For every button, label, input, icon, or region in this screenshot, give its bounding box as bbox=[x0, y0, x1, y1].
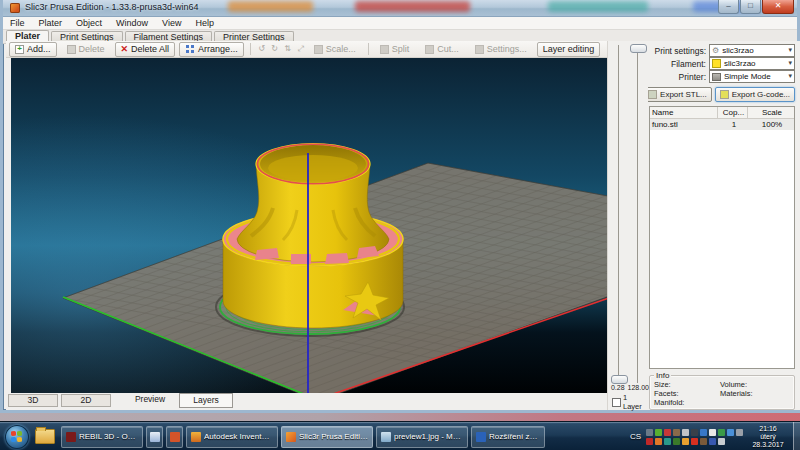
taskbar-button-display[interactable]: Rozšíření zobraz... bbox=[471, 426, 545, 448]
start-button[interactable] bbox=[5, 425, 29, 449]
print-settings-select[interactable]: ⚙ slic3rzao ▾ bbox=[709, 44, 795, 57]
tray-icon[interactable] bbox=[646, 438, 653, 445]
taskbar-button-inventor[interactable]: Autodesk Inventor Pr... bbox=[186, 426, 278, 448]
tray-icon[interactable] bbox=[700, 438, 707, 445]
show-desktop-button[interactable] bbox=[793, 422, 800, 450]
menu-object[interactable]: Object bbox=[69, 17, 109, 29]
layer-slider-handle-bottom[interactable] bbox=[611, 375, 628, 384]
aero-glass-reflection bbox=[228, 1, 313, 12]
menu-window[interactable]: Window bbox=[109, 17, 155, 29]
tray-icon[interactable] bbox=[700, 429, 707, 436]
view-tab-bar: 3D 2D Preview Layers bbox=[6, 393, 607, 408]
printer-select[interactable]: Simple Mode ▾ bbox=[709, 70, 795, 83]
table-row[interactable]: funo.stl 1 100% bbox=[650, 119, 794, 130]
tray-icon[interactable] bbox=[673, 438, 680, 445]
layer-slider-track-min[interactable] bbox=[618, 45, 619, 383]
tower-gap bbox=[325, 253, 349, 264]
chevron-down-icon: ▾ bbox=[788, 46, 792, 54]
minimize-button[interactable]: – bbox=[718, 0, 739, 14]
gear-icon: ⚙ bbox=[712, 47, 719, 54]
add-button[interactable]: Add... bbox=[9, 42, 57, 57]
layer-slider-track-max[interactable] bbox=[637, 45, 638, 383]
taskbar-clock[interactable]: 21:16 úterý 28.3.2017 bbox=[746, 425, 790, 449]
tray-icon[interactable] bbox=[736, 429, 743, 436]
menu-plater[interactable]: Plater bbox=[32, 17, 70, 29]
add-icon bbox=[15, 45, 24, 54]
view-tab-2d[interactable]: 2D bbox=[61, 394, 111, 407]
tray-icon[interactable] bbox=[691, 429, 698, 436]
view-tab-layers[interactable]: Layers bbox=[179, 393, 233, 408]
right-sidebar: Print settings: ⚙ slic3rzao ▾ Filament: … bbox=[648, 41, 800, 410]
tray-icon[interactable] bbox=[664, 438, 671, 445]
tray-icon[interactable] bbox=[655, 438, 662, 445]
export-stl-button[interactable]: Export STL... bbox=[643, 87, 712, 102]
arrange-button[interactable]: Arrange... bbox=[179, 42, 244, 57]
column-scale[interactable]: Scale bbox=[748, 107, 794, 118]
delete-all-button[interactable]: ✕Delete All bbox=[115, 42, 176, 57]
delete-all-icon: ✕ bbox=[121, 45, 129, 53]
object-scale-cell: 100% bbox=[748, 119, 794, 130]
system-tray: CS bbox=[630, 422, 800, 450]
view-tab-preview[interactable]: Preview bbox=[124, 394, 176, 405]
menu-help[interactable]: Help bbox=[188, 17, 221, 29]
taskbar-icon-button-orange[interactable] bbox=[166, 426, 183, 448]
paint-icon bbox=[381, 432, 391, 442]
tray-icon[interactable] bbox=[673, 429, 680, 436]
column-name[interactable]: Name bbox=[650, 107, 718, 118]
tray-icon[interactable] bbox=[718, 438, 725, 445]
taskbar-button-slic3r[interactable]: Slic3r Prusa Edition - ... bbox=[281, 426, 373, 448]
chevron-down-icon: ▾ bbox=[788, 59, 792, 67]
delete-button[interactable]: Delete bbox=[61, 42, 111, 57]
maximize-button[interactable]: □ bbox=[740, 0, 761, 14]
tray-icon[interactable] bbox=[691, 438, 698, 445]
close-button[interactable]: ✕ bbox=[762, 0, 794, 14]
chevron-down-icon: ▾ bbox=[788, 72, 792, 80]
one-layer-checkbox[interactable] bbox=[612, 398, 621, 407]
layer-editing-button[interactable]: Layer editing bbox=[537, 42, 601, 57]
materials-label: Materials: bbox=[720, 389, 790, 398]
explorer-icon[interactable] bbox=[35, 429, 55, 444]
scale-updown-button[interactable]: ⤢ bbox=[295, 43, 307, 55]
viewport-3d[interactable] bbox=[11, 58, 607, 393]
scale-button[interactable]: Scale... bbox=[308, 42, 362, 57]
clock-date: 28.3.2017 bbox=[752, 441, 783, 448]
printer-icon bbox=[712, 73, 721, 81]
tray-icon[interactable] bbox=[718, 429, 725, 436]
clock-time: 21:16 bbox=[759, 425, 777, 432]
rotate-cw-button[interactable]: ↻ bbox=[269, 43, 281, 55]
filament-select[interactable]: slic3rzao ▾ bbox=[709, 57, 795, 70]
object-list[interactable]: Name Cop... Scale funo.stl 1 100% bbox=[649, 106, 795, 369]
column-copies[interactable]: Cop... bbox=[718, 107, 748, 118]
tray-icon[interactable] bbox=[646, 429, 653, 436]
taskbar-button-rebil[interactable]: REBIL 3D - Odeslat o... bbox=[61, 426, 143, 448]
layer-slider-handle-top[interactable] bbox=[630, 44, 647, 53]
tray-icon[interactable] bbox=[709, 438, 716, 445]
tray-icon[interactable] bbox=[664, 429, 671, 436]
menu-view[interactable]: View bbox=[155, 17, 188, 29]
export-gcode-button[interactable]: Export G-code... bbox=[715, 87, 795, 102]
settings-button[interactable]: Settings... bbox=[469, 42, 533, 57]
tray-icon[interactable] bbox=[709, 429, 716, 436]
split-button[interactable]: Split bbox=[374, 42, 416, 57]
manifold-label: Manifold: bbox=[654, 398, 720, 407]
display-icon bbox=[476, 432, 486, 442]
mirror-button[interactable]: ⇅ bbox=[282, 43, 294, 55]
object-list-header[interactable]: Name Cop... Scale bbox=[650, 107, 794, 119]
settings-icon bbox=[475, 45, 484, 54]
taskbar-icon-button-word[interactable] bbox=[146, 426, 163, 448]
aero-glass-reflection bbox=[548, 1, 648, 12]
rotate-ccw-button[interactable]: ↺ bbox=[256, 43, 268, 55]
menu-file[interactable]: File bbox=[3, 17, 32, 29]
tray-icon[interactable] bbox=[727, 429, 734, 436]
tray-icon[interactable] bbox=[655, 429, 662, 436]
rebil-icon bbox=[66, 432, 76, 442]
tray-icon[interactable] bbox=[682, 429, 689, 436]
view-tab-3d[interactable]: 3D bbox=[8, 394, 58, 407]
tray-icon[interactable] bbox=[682, 438, 689, 445]
volume-label: Volume: bbox=[720, 380, 790, 389]
language-indicator[interactable]: CS bbox=[630, 432, 641, 441]
title-bar[interactable]: Slic3r Prusa Edition - 1.33.8-prusa3d-wi… bbox=[3, 0, 797, 17]
cut-button[interactable]: Cut... bbox=[419, 42, 465, 57]
slic3r-app-icon bbox=[10, 3, 20, 13]
taskbar-button-paint[interactable]: preview1.jpg - Malov... bbox=[376, 426, 468, 448]
